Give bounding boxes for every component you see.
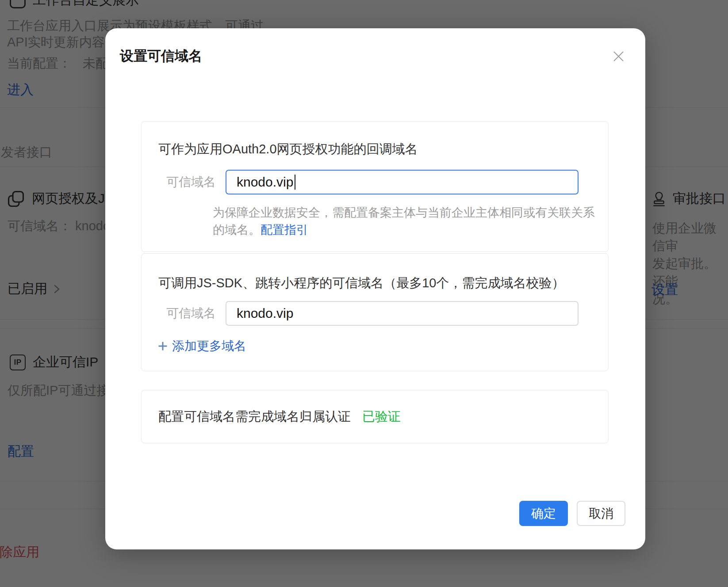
set-trusted-domain-dialog: 设置可信域名 可作为应用OAuth2.0网页授权功能的回调域名 可信域名 kno… — [105, 28, 645, 549]
add-more-domains-link[interactable]: 添加更多域名 — [157, 338, 246, 354]
page: 工作台自定义展示 工作台应用入口展示为预设模板样式，可通过API实时更新内容 当… — [0, 0, 728, 587]
helper-line-2: 的域名。配置指引 — [213, 221, 595, 239]
oauth-helper-text: 为保障企业数据安全，需配置备案主体与当前企业主体相同或有关联关系 的域名。配置指… — [213, 204, 595, 239]
jssdk-section-heading: 可调用JS-SDK、跳转小程序的可信域名（最多10个，需完成域名校验） — [158, 274, 564, 292]
config-guide-link[interactable]: 配置指引 — [261, 223, 308, 236]
trusted-domain-label: 可信域名 — [166, 170, 219, 194]
jssdk-trusted-domain-value: knodo.vip — [237, 306, 293, 321]
dialog-title: 设置可信域名 — [120, 47, 202, 65]
close-icon[interactable] — [611, 49, 626, 64]
domain-verification-section: 配置可信域名需完成域名归属认证 已验证 — [141, 390, 609, 443]
oauth-domain-section: 可作为应用OAuth2.0网页授权功能的回调域名 可信域名 knodo.vip … — [141, 121, 609, 252]
helper-line-1: 为保障企业数据安全，需配置备案主体与当前企业主体相同或有关联关系 — [213, 204, 595, 221]
oauth-section-heading: 可作为应用OAuth2.0网页授权功能的回调域名 — [158, 141, 418, 158]
cancel-button[interactable]: 取消 — [577, 501, 625, 526]
oauth-trusted-domain-input[interactable]: knodo.vip — [226, 170, 579, 194]
plus-icon — [157, 341, 168, 351]
trusted-domain-label: 可信域名 — [166, 301, 219, 326]
oauth-trusted-domain-value: knodo.vip — [237, 175, 293, 190]
verification-requirement-text: 配置可信域名需完成域名归属认证 — [158, 408, 351, 426]
text-cursor — [295, 175, 295, 190]
add-more-domains-label: 添加更多域名 — [172, 338, 246, 354]
jssdk-domain-section: 可调用JS-SDK、跳转小程序的可信域名（最多10个，需完成域名校验） 可信域名… — [141, 253, 609, 371]
confirm-button[interactable]: 确定 — [519, 501, 568, 526]
jssdk-trusted-domain-input[interactable]: knodo.vip — [226, 301, 579, 326]
verified-status-badge: 已验证 — [362, 408, 401, 426]
